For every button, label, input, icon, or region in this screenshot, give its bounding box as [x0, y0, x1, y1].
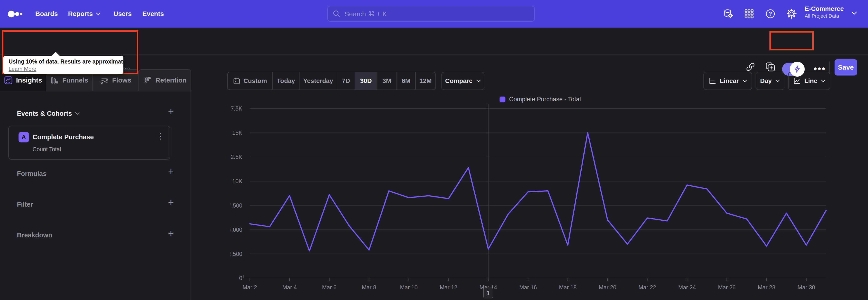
svg-text:15K: 15K: [232, 129, 243, 136]
chevron-down-icon: [96, 12, 101, 16]
add-formula-button[interactable]: +: [166, 168, 176, 177]
search-input[interactable]: Search ⌘ + K: [327, 6, 535, 22]
svg-text:10K: 10K: [232, 178, 243, 184]
top-nav: Boards Reports Users Events Search ⌘ + K…: [0, 0, 868, 28]
copy-link-icon[interactable]: [745, 62, 755, 72]
report-header: Untitled Sampled + Add description... ••…: [0, 28, 868, 55]
svg-text:5,000: 5,000: [230, 227, 242, 233]
svg-text:Mar 10: Mar 10: [400, 284, 418, 291]
flows-icon: [100, 76, 109, 85]
events-cohorts-header[interactable]: Events & Cohorts: [17, 110, 80, 117]
linear-scale-icon: [708, 77, 716, 85]
legend-label: Complete Purchase - Total: [509, 96, 581, 103]
svg-text:Mar 12: Mar 12: [440, 284, 457, 291]
add-to-board-icon[interactable]: [765, 62, 775, 72]
svg-text:Mar 30: Mar 30: [798, 284, 815, 291]
settings-gear-icon[interactable]: [786, 9, 797, 19]
tooltip-learn-more-link[interactable]: Learn More: [8, 66, 36, 72]
interval-selector[interactable]: Day: [756, 72, 784, 90]
event-card[interactable]: A Complete Purchase ⋮ Count Total: [8, 126, 170, 160]
search-icon: [333, 10, 340, 18]
retention-icon: [143, 76, 152, 85]
project-chevron-down-icon[interactable]: [851, 11, 857, 15]
insights-icon: [4, 76, 13, 85]
svg-text:Mar 20: Mar 20: [599, 284, 616, 291]
save-button[interactable]: Save: [835, 59, 857, 76]
svg-text:12.5K: 12.5K: [230, 154, 242, 160]
event-name: Complete Purchase: [33, 133, 94, 141]
annotation-marker[interactable]: 1: [483, 288, 493, 298]
svg-text:0: 0: [239, 275, 242, 281]
chart-type-selector[interactable]: Line: [788, 72, 830, 90]
tooltip-text: Using 10% of data. Results are approxima…: [8, 58, 118, 65]
nav-boards[interactable]: Boards: [35, 0, 58, 28]
svg-text:17.5K: 17.5K: [230, 106, 242, 112]
svg-text:Mar 22: Mar 22: [639, 284, 656, 291]
svg-text:Mar 28: Mar 28: [758, 284, 775, 291]
mixpanel-logo-icon[interactable]: [8, 10, 24, 18]
range-30d[interactable]: 30D: [355, 72, 377, 90]
svg-text:2,500: 2,500: [230, 251, 242, 257]
add-breakdown-button[interactable]: +: [166, 229, 176, 238]
line-chart[interactable]: 17.5K15K12.5K10K7,5005,0002,5000Mar 2Mar…: [230, 103, 850, 300]
svg-text:Mar 26: Mar 26: [718, 284, 736, 291]
search-placeholder: Search ⌘ + K: [344, 10, 387, 18]
range-yesterday[interactable]: Yesterday: [300, 72, 337, 90]
svg-text:Mar 18: Mar 18: [559, 284, 577, 291]
help-icon[interactable]: ?: [765, 9, 775, 19]
svg-text:Mar 6: Mar 6: [322, 284, 337, 291]
svg-text:Mar 4: Mar 4: [282, 284, 297, 291]
add-filter-button[interactable]: +: [166, 199, 176, 208]
svg-text:Mar 8: Mar 8: [362, 284, 376, 291]
event-letter-badge: A: [19, 132, 29, 143]
filter-section[interactable]: Filter: [0, 199, 191, 212]
chevron-down-icon: [821, 80, 826, 83]
chevron-down-icon: [476, 80, 481, 83]
add-event-button[interactable]: +: [166, 108, 176, 117]
funnels-icon: [50, 76, 59, 85]
svg-text:Mar 24: Mar 24: [678, 284, 696, 291]
sampling-tooltip: Using 10% of data. Results are approxima…: [3, 56, 123, 74]
tab-retention[interactable]: Retention: [139, 69, 191, 91]
chevron-down-icon: [743, 80, 747, 83]
nav-reports[interactable]: Reports: [68, 0, 101, 28]
query-builder-panel: [0, 91, 191, 300]
compare-button[interactable]: Compare: [441, 72, 485, 90]
apps-grid-icon[interactable]: [744, 9, 754, 19]
range-custom[interactable]: Custom: [228, 72, 273, 90]
range-7d[interactable]: 7D: [337, 72, 355, 90]
scale-selector[interactable]: Linear: [704, 72, 752, 90]
project-scope: All Project Data: [805, 13, 844, 19]
calendar-icon: [233, 77, 240, 85]
breakdown-section[interactable]: Breakdown: [0, 229, 191, 243]
range-3m[interactable]: 3M: [377, 72, 397, 90]
range-6m[interactable]: 6M: [397, 72, 416, 90]
formulas-section[interactable]: Formulas: [0, 168, 191, 181]
project-name: E-Commerce: [805, 4, 844, 13]
svg-text:?: ?: [769, 11, 772, 17]
svg-text:Mar 2: Mar 2: [243, 284, 257, 291]
nav-events[interactable]: Events: [143, 0, 164, 28]
project-switcher[interactable]: E-Commerce All Project Data: [805, 4, 844, 19]
event-options-button[interactable]: ⋮: [157, 131, 164, 141]
svg-text:7,500: 7,500: [230, 202, 242, 209]
svg-text:Mar 16: Mar 16: [519, 284, 537, 291]
legend-item[interactable]: Complete Purchase - Total: [230, 96, 850, 103]
line-chart-icon: [793, 77, 801, 85]
tooltip-caret: [52, 52, 60, 56]
chevron-down-icon: [75, 112, 80, 115]
range-today[interactable]: Today: [273, 72, 300, 90]
date-range-picker: Custom Today Yesterday 7D 30D 3M 6M 12M: [227, 72, 436, 90]
chart-svg: 17.5K15K12.5K10K7,5005,0002,5000Mar 2Mar…: [230, 103, 850, 300]
data-management-icon[interactable]: [723, 9, 733, 19]
chevron-down-icon: [775, 80, 780, 83]
event-metric[interactable]: Count Total: [33, 146, 61, 153]
nav-users[interactable]: Users: [114, 0, 132, 28]
legend-swatch: [500, 96, 505, 102]
range-12m[interactable]: 12M: [416, 72, 435, 90]
